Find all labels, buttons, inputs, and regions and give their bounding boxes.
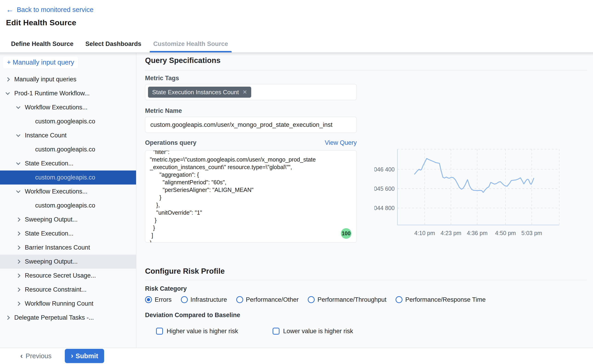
section-divider <box>145 280 587 280</box>
tab-define-health-source[interactable]: Define Health Source <box>11 36 73 52</box>
tree-item[interactable]: Delegate Perpetual Tasks -... <box>0 311 136 325</box>
tree-item[interactable]: Resource Constraint... <box>0 283 136 297</box>
chevron-down-icon[interactable] <box>16 104 20 109</box>
checkbox-icon[interactable] <box>273 328 280 335</box>
submit-button-label: Submit <box>76 352 98 360</box>
chevron-right-icon[interactable] <box>6 316 10 320</box>
footer-bar: ‹ Previous › Submit <box>0 348 593 364</box>
radio-icon[interactable] <box>181 296 188 303</box>
previous-button-label: Previous <box>26 352 52 360</box>
main-panel: Query Specifications Metric Tags State E… <box>136 53 593 348</box>
chevron-right-icon[interactable] <box>16 301 20 306</box>
tree-item[interactable]: State Execution... <box>0 156 136 170</box>
metric-tags-input[interactable]: State Execution Instances Count ✕ <box>145 84 357 100</box>
back-link-label: Back to monitored service <box>17 6 94 13</box>
operations-query-label: Operations query <box>145 139 196 146</box>
tree-item[interactable]: Sweeping Output... <box>0 255 136 269</box>
chevron-right-icon[interactable] <box>16 273 20 278</box>
tree-item[interactable]: Manually input queries <box>0 72 136 86</box>
radio-label: Errors <box>155 296 172 303</box>
radio-selected-icon[interactable] <box>145 296 152 303</box>
query-score-badge: 100 <box>341 228 352 239</box>
chevron-right-icon[interactable] <box>16 217 20 221</box>
chevron-right-icon[interactable] <box>16 231 20 235</box>
previous-button[interactable]: ‹ Previous <box>20 352 52 360</box>
tree-item-label: Sweeping Output... <box>25 216 78 223</box>
tree-item-label: State Execution... <box>25 230 73 237</box>
tree-item-label: Resource Constraint... <box>25 286 87 293</box>
tree-item[interactable]: Resource Secret Usage... <box>0 269 136 283</box>
metric-name-value: custom.googleapis.com/user/x_mongo_prod_… <box>150 121 332 129</box>
metric-name-input[interactable]: custom.googleapis.com/user/x_mongo_prod_… <box>145 117 357 133</box>
submit-button[interactable]: › Submit <box>65 349 104 363</box>
query-specifications-title: Query Specifications <box>145 56 587 65</box>
tree-item[interactable]: Workflow Executions... <box>0 100 136 114</box>
risk-category-label: Risk Category <box>145 285 587 292</box>
radio-icon[interactable] <box>308 296 315 303</box>
checkbox-icon[interactable] <box>156 328 163 335</box>
tree-item-label: Workflow Executions... <box>25 104 88 111</box>
chevron-right-icon: › <box>71 352 73 359</box>
deviation-checkbox[interactable]: Higher value is higher risk <box>156 328 238 335</box>
svg-text:36 046 400: 36 046 400 <box>374 166 395 173</box>
configure-risk-profile-title: Configure Risk Profile <box>145 266 587 276</box>
chevron-down-icon[interactable] <box>16 133 20 137</box>
tree-item[interactable]: custom.googleapis.co <box>0 143 136 156</box>
radio-label: Performance/Throughput <box>317 296 386 303</box>
risk-category-radio-group: ErrorsInfrastructurePerformance/OtherPer… <box>145 296 587 304</box>
tree-item[interactable]: Workflow Executions... <box>0 184 136 199</box>
view-query-link[interactable]: View Query <box>325 139 357 146</box>
tree-item[interactable]: Workflow Running Count <box>0 297 136 311</box>
radio-icon[interactable] <box>396 296 403 303</box>
risk-category-option[interactable]: Performance/Throughput <box>308 296 386 303</box>
chevron-down-icon[interactable] <box>6 91 10 95</box>
chip-remove-icon[interactable]: ✕ <box>242 89 247 95</box>
deviation-baseline-label: Deviation Compared to Baseline <box>145 312 587 319</box>
deviation-checkbox[interactable]: Lower value is higher risk <box>273 328 353 335</box>
risk-category-option[interactable]: Performance/Response Time <box>396 296 486 303</box>
chevron-down-icon[interactable] <box>16 189 20 193</box>
add-manual-query-link[interactable]: + Manually input query <box>3 57 78 68</box>
tree-item[interactable]: custom.googleapis.co <box>0 199 136 213</box>
tree-item-label: custom.googleapis.co <box>35 118 95 125</box>
tab-customize-health-source[interactable]: Customize Health Source <box>153 36 228 52</box>
risk-category-option[interactable]: Infrastructure <box>181 296 227 303</box>
risk-category-option[interactable]: Performance/Other <box>236 296 299 303</box>
chevron-right-icon[interactable] <box>16 260 20 264</box>
tree-item-label: Instance Count <box>25 132 67 139</box>
operations-query-editor[interactable]: "filter": "metric.type=\"custom.googleap… <box>145 150 357 243</box>
chevron-right-icon[interactable] <box>16 245 20 250</box>
svg-text:4:23 pm: 4:23 pm <box>441 230 461 236</box>
tree-item[interactable]: Barrier Instances Count <box>0 240 136 255</box>
content-area: + Manually input query Manually input qu… <box>0 53 593 348</box>
tree-item[interactable]: Instance Count <box>0 129 136 143</box>
edit-health-source-page: ← Back to monitored service Edit Health … <box>0 0 593 364</box>
tree-item[interactable]: Sweeping Output... <box>0 213 136 227</box>
tree-item-label: Resource Secret Usage... <box>25 272 96 279</box>
tree-item-label: Delegate Perpetual Tasks -... <box>14 314 94 321</box>
deviation-checkbox-group: Higher value is higher riskLower value i… <box>156 327 587 335</box>
risk-category-option[interactable]: Errors <box>145 296 172 303</box>
operations-query-row: Operations query View Query <box>145 139 357 147</box>
tree-item[interactable]: Prod-1 Runtime Workflow... <box>0 86 136 100</box>
tab-select-dashboards[interactable]: Select Dashboards <box>85 36 141 52</box>
back-arrow-icon: ← <box>6 6 13 13</box>
tree-item-label: Workflow Running Count <box>25 300 93 307</box>
svg-text:4:10 pm: 4:10 pm <box>414 230 435 236</box>
page-title: Edit Health Source <box>6 18 593 27</box>
query-tree-sidebar: + Manually input query Manually input qu… <box>0 53 136 348</box>
back-link[interactable]: ← Back to monitored service <box>6 6 94 13</box>
tree-item-label: State Execution... <box>25 160 73 167</box>
svg-text:4:50 pm: 4:50 pm <box>495 230 516 236</box>
tree-item[interactable]: custom.googleapis.co <box>0 170 136 184</box>
metric-tag-chip[interactable]: State Execution Instances Count ✕ <box>148 87 251 98</box>
chevron-right-icon[interactable] <box>6 77 10 81</box>
metric-name-label: Metric Name <box>145 108 587 114</box>
tree-item[interactable]: custom.googleapis.co <box>0 114 136 129</box>
tree-item[interactable]: State Execution... <box>0 227 136 240</box>
chevron-down-icon[interactable] <box>16 161 20 165</box>
radio-icon[interactable] <box>236 296 243 303</box>
svg-text:5:03 pm: 5:03 pm <box>521 230 542 236</box>
chevron-right-icon[interactable] <box>16 287 20 292</box>
metric-tag-chip-label: State Execution Instances Count <box>152 89 239 96</box>
